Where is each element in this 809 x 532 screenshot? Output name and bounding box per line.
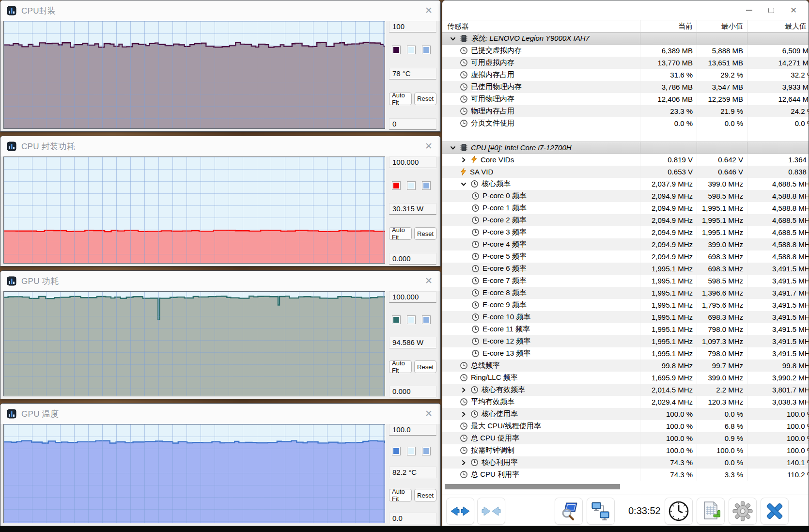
sensor-row[interactable]: Core VIDs0.819 V0.642 V1.364 V <box>442 154 809 166</box>
sensor-row[interactable]: Ring/LLC 频率1,695.9 MHz399.0 MHz3,990.2 M… <box>442 372 809 384</box>
series-color-swatch[interactable] <box>392 315 401 324</box>
scale-min-field[interactable]: 0.000 <box>389 386 436 397</box>
sensor-row[interactable]: P-core 4 频率2,094.9 MHz399.0 MHz4,588.8 M… <box>442 238 809 250</box>
collapse-windows-button[interactable] <box>477 498 505 525</box>
chevron-right-icon[interactable] <box>460 459 467 467</box>
close-icon[interactable]: ✕ <box>423 408 435 420</box>
sensor-row[interactable]: E-core 6 频率1,995.1 MHz698.3 MHz3,491.5 M… <box>442 263 809 275</box>
grid-color-swatch[interactable] <box>422 315 431 324</box>
close-icon[interactable]: ✕ <box>423 5 435 16</box>
sensor-row[interactable]: P-core 5 频率2,094.9 MHz698.3 MHz4,588.8 M… <box>442 250 809 263</box>
horizontal-scrollbar[interactable] <box>442 481 809 494</box>
close-button[interactable]: ✕ <box>782 0 805 20</box>
graph-titlebar[interactable]: CPU封装 <box>0 0 440 21</box>
scale-max-field[interactable]: 100.000 <box>389 156 436 168</box>
maximize-button[interactable] <box>760 0 782 20</box>
graph-window-3[interactable]: GPU 功耗✕100.00094.586 WAuto FitReset0.000 <box>0 270 441 399</box>
scale-min-field[interactable]: 0.000 <box>389 253 436 265</box>
sensor-group-row[interactable]: 系统: LENOVO Legion Y9000X IAH7 <box>442 32 809 45</box>
chevron-right-icon[interactable] <box>460 410 467 418</box>
sensor-row[interactable]: P-core 0 频率2,094.9 MHz598.5 MHz4,588.8 M… <box>442 190 809 202</box>
sensor-row[interactable]: 物理内存占用23.3 %21.9 %24.2 % <box>442 105 809 117</box>
sensor-row[interactable]: P-core 1 频率2,094.9 MHz1,995.1 MHz4,588.8… <box>442 202 809 214</box>
reset-button[interactable]: Reset <box>414 489 436 501</box>
scale-min-field[interactable]: 0.0 <box>389 513 436 524</box>
sensor-row[interactable]: 总 CPU 利用率74.3 %3.3 %110.2 % <box>442 469 809 481</box>
graph-window-1[interactable]: CPU封装✕10078 °CAuto FitReset0 <box>0 0 441 132</box>
reset-button[interactable]: Reset <box>414 227 436 240</box>
scale-max-field[interactable]: 100.000 <box>389 291 436 303</box>
sensor-row[interactable]: E-core 12 频率1,995.1 MHz1,097.3 MHz3,491.… <box>442 335 809 347</box>
current-value-field[interactable]: 78 °C <box>389 68 436 79</box>
background-color-swatch[interactable] <box>407 315 416 324</box>
sensor-row[interactable]: P-core 2 频率2,094.9 MHz1,995.1 MHz4,688.5… <box>442 214 809 226</box>
chevron-right-icon[interactable] <box>460 386 467 394</box>
sensor-row[interactable]: 虚拟内存占用31.6 %29.2 %32.2 % <box>442 69 809 81</box>
graph-titlebar[interactable]: GPU 温度 <box>0 404 440 424</box>
reset-button[interactable]: Reset <box>414 360 436 373</box>
auto-fit-button[interactable]: Auto Fit <box>389 227 412 240</box>
column-header-current[interactable]: 当前 <box>640 20 697 32</box>
sensor-row[interactable]: P-core 3 频率2,094.9 MHz1,995.1 MHz4,688.5… <box>442 226 809 238</box>
series-color-swatch[interactable] <box>392 181 401 190</box>
expand-windows-button[interactable] <box>446 498 474 525</box>
sensor-row[interactable]: 按需时钟调制100.0 %100.0 %100.0 % <box>442 444 809 456</box>
sensor-row[interactable]: SA VID0.653 V0.646 V0.838 V <box>442 166 809 178</box>
graph-titlebar[interactable]: GPU 功耗 <box>0 271 440 291</box>
system-summary-button[interactable] <box>555 498 583 525</box>
sensors-button[interactable] <box>587 498 615 525</box>
sensor-row[interactable]: E-core 10 频率1,995.1 MHz698.3 MHz3,491.5 … <box>442 311 809 323</box>
minimize-button[interactable] <box>738 0 760 20</box>
series-color-swatch[interactable] <box>392 447 401 455</box>
chevron-down-icon[interactable] <box>449 144 457 152</box>
chevron-down-icon[interactable] <box>460 180 467 188</box>
sensor-row[interactable]: 总 CPU 使用率100.0 %0.9 %100.0 % <box>442 432 809 444</box>
scale-max-field[interactable]: 100 <box>389 21 436 32</box>
sensor-row[interactable]: 可用虚拟内存13,770 MB13,651 MB14,271 MB <box>442 57 809 69</box>
scale-max-field[interactable]: 100.0 <box>389 424 436 436</box>
current-value-field[interactable]: 82.2 °C <box>389 467 436 478</box>
close-icon[interactable]: ✕ <box>423 141 435 152</box>
current-value-field[interactable]: 94.586 W <box>389 337 436 348</box>
sensor-row[interactable]: 核心利用率74.3 %0.0 %140.1 % <box>442 456 809 469</box>
sensor-row[interactable]: 总线频率99.8 MHz99.7 MHz99.8 MHz <box>442 360 809 372</box>
grid-color-swatch[interactable] <box>422 447 431 455</box>
sensor-window-titlebar[interactable]: ✕ <box>442 0 809 20</box>
scrollbar-thumb[interactable] <box>445 484 620 489</box>
sensor-row[interactable]: 已提交虚拟内存6,389 MB5,888 MB6,509 MB <box>442 45 809 57</box>
background-color-swatch[interactable] <box>407 46 416 54</box>
clock-button[interactable] <box>665 498 693 525</box>
chevron-right-icon[interactable] <box>460 156 467 164</box>
close-icon[interactable]: ✕ <box>423 275 435 287</box>
sensor-row[interactable]: 最大 CPU/线程使用率100.0 %6.8 %100.0 % <box>442 420 809 432</box>
auto-fit-button[interactable]: Auto Fit <box>389 360 412 373</box>
auto-fit-button[interactable]: Auto Fit <box>389 93 412 105</box>
graph-window-4[interactable]: GPU 温度✕100.082.2 °CAuto FitReset0.0 <box>0 403 441 526</box>
column-header-max[interactable]: 最大值 <box>747 20 809 32</box>
sensor-row[interactable]: E-core 8 频率1,995.1 MHz1,396.6 MHz3,491.7… <box>442 287 809 299</box>
column-header-min[interactable]: 最小值 <box>697 20 747 32</box>
sensor-row[interactable]: 平均有效频率2,029.4 MHz120.3 MHz3,038.3 MHz <box>442 396 809 408</box>
background-color-swatch[interactable] <box>407 181 416 190</box>
sensor-row[interactable]: 核心频率2,037.9 MHz399.0 MHz4,688.5 MHz <box>442 178 809 190</box>
auto-fit-button[interactable]: Auto Fit <box>389 489 412 501</box>
current-value-field[interactable]: 30.315 W <box>389 203 436 215</box>
background-color-swatch[interactable] <box>407 447 416 455</box>
scale-min-field[interactable]: 0 <box>389 118 436 130</box>
column-header-sensor[interactable]: 传感器 <box>442 20 640 32</box>
settings-button[interactable] <box>729 498 757 525</box>
sensor-row[interactable]: 核心使用率100.0 %0.0 %100.0 % <box>442 408 809 420</box>
reset-button[interactable]: Reset <box>414 93 436 105</box>
grid-color-swatch[interactable] <box>422 46 431 54</box>
sensor-row[interactable]: E-core 7 频率1,995.1 MHz598.5 MHz3,491.5 M… <box>442 275 809 287</box>
grid-color-swatch[interactable] <box>422 181 431 190</box>
sensor-row[interactable]: E-core 13 频率1,995.1 MHz798.0 MHz3,491.5 … <box>442 347 809 360</box>
sensor-row[interactable]: 已使用物理内存3,786 MB3,547 MB3,933 MB <box>442 81 809 93</box>
sensor-row[interactable]: 可用物理内存12,406 MB12,259 MB12,644 MB <box>442 93 809 105</box>
close-sensors-button[interactable] <box>761 498 789 525</box>
sensor-row[interactable]: 分页文件使用0.0 %0.0 %0.0 % <box>442 117 809 129</box>
sensor-row[interactable]: E-core 9 频率1,995.1 MHz1,795.6 MHz3,491.5… <box>442 299 809 311</box>
series-color-swatch[interactable] <box>392 46 401 54</box>
sensor-row[interactable]: E-core 11 频率1,995.1 MHz798.0 MHz3,491.5 … <box>442 323 809 335</box>
sensor-group-row[interactable]: CPU [#0]: Intel Core i7-12700H <box>442 141 809 154</box>
